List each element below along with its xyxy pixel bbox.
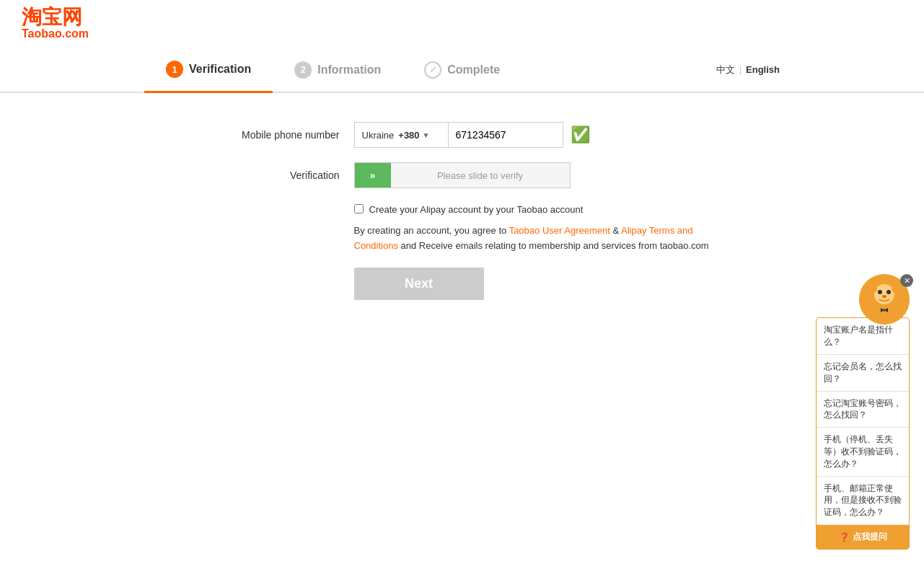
slider-arrows-icon: » <box>370 169 376 181</box>
verification-label: Verification <box>210 169 354 181</box>
and-text: & <box>610 225 621 236</box>
language-switcher: 中文 | English <box>716 63 780 76</box>
agreement-suffix: and Receive emails relating to membershi… <box>398 240 709 251</box>
main-content: Mobile phone number Ukraine +380 ▼ ✅ Ver… <box>0 93 924 329</box>
step3-check-icon: ✓ <box>424 61 441 79</box>
country-code: +380 <box>398 130 419 141</box>
svg-point-4 <box>878 290 882 294</box>
phone-input-group: Ukraine +380 ▼ ✅ <box>354 122 590 148</box>
steps-list: 1 Verification 2 Information ✓ Complete <box>144 48 716 92</box>
step-verification[interactable]: 1 Verification <box>144 48 273 93</box>
step1-number: 1 <box>166 61 183 78</box>
chat-widget: ✕ 淘宝账户名是指什么？ 忘记会员名，怎么找回？ 忘记淘宝账号密码，怎么找回？ … <box>816 274 910 329</box>
lang-english[interactable]: English <box>746 64 780 75</box>
form-container: Mobile phone number Ukraine +380 ▼ ✅ Ver… <box>210 122 715 300</box>
country-select[interactable]: Ukraine +380 ▼ <box>354 122 448 148</box>
logo-main: 淘宝网 <box>22 7 89 27</box>
logo-sub: Taobao.com <box>22 27 89 40</box>
verification-row: Verification » Please slide to verify <box>210 162 715 188</box>
phone-label: Mobile phone number <box>210 129 354 141</box>
header: 淘宝网 Taobao.com <box>0 0 924 48</box>
taobao-agreement-link[interactable]: Taobao User Agreement <box>509 225 610 236</box>
svg-point-9 <box>883 309 886 312</box>
step2-number: 2 <box>294 61 312 79</box>
checkbox-area: Create your Alipay account by your Taoba… <box>354 203 715 253</box>
dropdown-arrow-icon: ▼ <box>423 131 430 139</box>
lang-chinese[interactable]: 中文 <box>716 63 735 76</box>
alipay-checkbox-row: Create your Alipay account by your Taoba… <box>354 203 715 218</box>
alipay-checkbox-label: Create your Alipay account by your Taoba… <box>369 203 584 218</box>
next-button[interactable]: Next <box>354 268 484 300</box>
alipay-checkbox[interactable] <box>354 204 364 213</box>
next-btn-row: Next <box>354 268 715 300</box>
step1-label: Verification <box>189 63 251 76</box>
svg-point-5 <box>886 290 891 294</box>
slider-handle[interactable]: » <box>355 163 391 188</box>
lang-divider: | <box>739 64 742 75</box>
agreement-prefix: By creating an account, you agree to <box>354 225 509 236</box>
step2-label: Information <box>317 63 381 76</box>
agreement-area: By creating an account, you agree to Tao… <box>354 224 715 254</box>
phone-row: Mobile phone number Ukraine +380 ▼ ✅ <box>210 122 715 148</box>
phone-valid-icon: ✅ <box>571 125 590 144</box>
phone-number-input[interactable] <box>448 122 563 148</box>
svg-point-3 <box>892 283 902 294</box>
logo: 淘宝网 Taobao.com <box>22 7 89 40</box>
svg-point-6 <box>882 295 886 298</box>
steps-nav: 1 Verification 2 Information ✓ Complete … <box>0 48 924 93</box>
chat-mascot: ✕ <box>816 274 910 325</box>
country-name: Ukraine <box>362 130 395 141</box>
verification-slider[interactable]: » Please slide to verify <box>354 162 571 188</box>
step-complete[interactable]: ✓ Complete <box>402 48 522 92</box>
slider-text: Please slide to verify <box>391 163 570 188</box>
svg-point-2 <box>867 283 877 294</box>
step3-label: Complete <box>447 63 500 76</box>
step-information[interactable]: 2 Information <box>273 48 402 92</box>
